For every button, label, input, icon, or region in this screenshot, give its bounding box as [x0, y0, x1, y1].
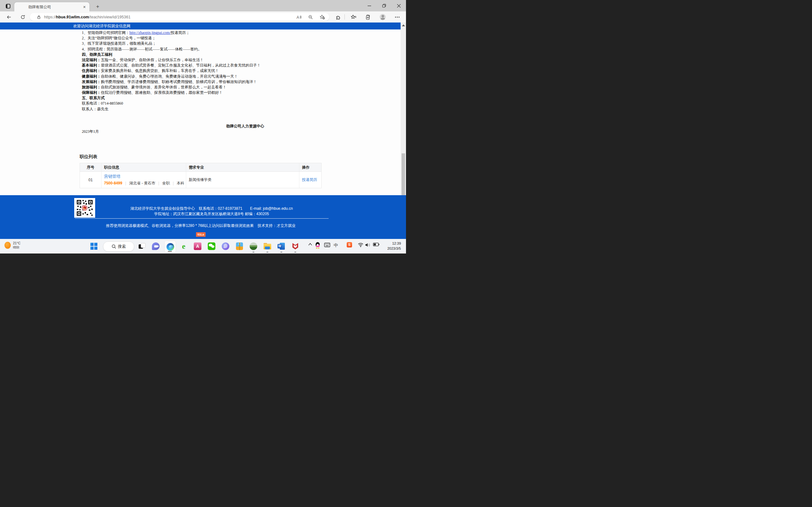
page-footer: 湖北经济学院大学生就业创业指导中心 联系电话：027-81973871 E-ma… — [0, 195, 406, 239]
read-aloud-icon[interactable]: A — [296, 14, 302, 20]
settings-menu-icon[interactable] — [393, 13, 401, 21]
tab-close-icon[interactable]: ✕ — [82, 4, 87, 9]
start-button[interactable] — [89, 241, 99, 251]
window-close-button[interactable] — [392, 0, 406, 11]
add-favorite-icon[interactable] — [319, 14, 325, 20]
taskbar-icon-task-view[interactable] — [137, 241, 147, 251]
doc-inline-link[interactable]: http://zhaopin.jingpai.com/ — [130, 31, 171, 35]
doc-line-label: 住房福利： — [82, 68, 101, 73]
apply-link[interactable]: 投递简历 — [302, 177, 317, 182]
doc-line-text: 联系电话：0714-8855860 — [82, 101, 123, 106]
tab-actions-menu-icon[interactable] — [3, 1, 13, 11]
taskbar-icon-ie-browser[interactable]: e — [179, 241, 189, 251]
footer-contact-line2: 学院地址：武汉市江夏区藏龙岛开发区杨桥湖大道8号 邮编：430205 — [74, 211, 349, 217]
word-icon: W — [277, 242, 285, 250]
job-degree: 本科 — [177, 181, 184, 185]
taskbar-icon-photos[interactable] — [248, 241, 258, 251]
profile-avatar[interactable] — [380, 14, 386, 20]
browser-toolbar: https://hbue.91wllm.com/teachin/view/id/… — [0, 11, 406, 22]
job-type: 全职 — [162, 181, 170, 185]
table-row: 01 营销管培 7500-8499｜湖北省 - 黄石市｜全职｜本科 新闻传播学类… — [80, 172, 321, 188]
window-minimize-button[interactable] — [362, 0, 376, 11]
taskbar-icon-access[interactable]: A — [193, 241, 203, 251]
doc-line: 住房福利：安家费及购房补贴、低息购房贷款、购车补贴，车房在手，成家无忧！ — [82, 68, 374, 73]
weather-temp: 21°C — [13, 241, 20, 245]
taskbar-icon-zip-tool[interactable]: ZIP — [235, 241, 245, 251]
separator: ｜ — [124, 181, 128, 185]
taskbar-icon-file-explorer[interactable] — [262, 241, 272, 251]
running-indicator — [252, 251, 254, 252]
doc-line-label: 发展福利： — [82, 79, 101, 84]
doc-section-heading: 四、劲牌员工福利 — [82, 52, 374, 57]
url-text[interactable]: https://hbue.91wllm.com/teachin/view/id/… — [44, 15, 131, 19]
collections-icon[interactable] — [363, 13, 372, 21]
doc-line: 2、关注“劲牌招聘”微信公众号，一键投递； — [82, 36, 374, 41]
green-e-browser-icon: e — [182, 242, 186, 250]
back-icon[interactable] — [5, 13, 13, 21]
doc-line-text: 星级酒店式公寓、自助式营养餐、定制工作服及文化衫、节日福利，从此过上衣食无忧的日… — [101, 63, 261, 67]
doc-line-tail: 投递简历； — [171, 31, 190, 35]
taskbar-icon-designer[interactable] — [220, 241, 231, 251]
doc-line: 发展福利：购书费用报销、学历进修费用报销、职称考试费用报销、阶梯式培训，带你畅游… — [82, 79, 374, 84]
lock-icon[interactable] — [37, 15, 41, 19]
doc-line: 基本福利：星级酒店式公寓、自助式营养餐、定制工作服及文化衫、节日福利，从此过上衣… — [82, 63, 374, 68]
doc-line-text: 自助式旅游报销、豪华境外游、差异化年休假，世界那么大，一起去看看！ — [101, 85, 226, 89]
doc-line-label: 旅游福利： — [82, 85, 101, 89]
ime-glyph: 中 — [334, 243, 338, 248]
taskbar-icon-wechat[interactable] — [206, 241, 217, 251]
zoom-out-icon[interactable] — [307, 14, 314, 20]
site-banner-text: 欢迎访问湖北经济学院就业信息网 — [73, 22, 131, 30]
battery-icon[interactable] — [373, 243, 379, 246]
browser-tab[interactable]: 劲牌有限公司 ✕ — [14, 2, 90, 11]
ime-mode-icon[interactable]: 中 — [334, 243, 338, 248]
refresh-icon[interactable] — [19, 13, 27, 21]
taskbar-icon-mcafee[interactable] — [290, 241, 300, 251]
address-bar[interactable]: https://hbue.91wllm.com/teachin/view/id/… — [30, 13, 329, 21]
footer-note: 推荐使用浏览器极速模式、谷歌浏览器，分辨率1280 * 768以上访问以获取最佳… — [0, 223, 402, 228]
doc-line-text: 五险一金、劳动保护、自助休假，让你快乐工作，幸福生活！ — [101, 58, 204, 62]
tray-qq-icon[interactable] — [315, 242, 320, 249]
header-info: 职位信息 — [101, 163, 186, 171]
touch-keyboard-icon[interactable] — [324, 243, 330, 247]
clock-time: 12:39 — [387, 241, 401, 246]
doc-line-label: 保障福利： — [82, 90, 101, 95]
favorites-icon[interactable] — [350, 13, 358, 21]
doc-line-text: 安家费及购房补贴、低息购房贷款、购车补贴，车房在手，成家无忧！ — [101, 68, 219, 73]
windows-taskbar: 21°C 晴朗 搜索 e A ZIP W — [0, 239, 406, 253]
edge-icon — [166, 243, 174, 250]
scroll-up-arrow-icon[interactable] — [402, 24, 405, 26]
doc-date: 2023年1月 — [82, 129, 99, 134]
job-major: 新闻传播学类 — [186, 172, 299, 188]
separator: ｜ — [171, 181, 175, 185]
photo-thumbnail-icon — [250, 242, 257, 250]
doc-section-heading: 五、联系方式 — [82, 95, 374, 101]
wifi-icon[interactable] — [358, 243, 363, 247]
doc-line: 健康福利：自助体检、健康问诊、免费心理咨询、免费健身运动场地，开启元气满满每一天… — [82, 74, 374, 79]
doc-line: 联系电话：0714-8855860 — [82, 101, 374, 106]
weather-condition: 晴朗 — [13, 245, 20, 249]
taskbar-icon-chat[interactable] — [151, 241, 161, 251]
sogou-input-icon[interactable]: S — [347, 242, 352, 247]
taskbar-icon-word[interactable]: W — [276, 241, 287, 251]
doc-line-label: 法定福利： — [82, 58, 101, 62]
window-restore-button[interactable] — [377, 0, 392, 11]
doc-line: 法定福利：五险一金、劳动保护、自助休假，让你快乐工作，幸福生活！ — [82, 57, 374, 63]
tray-chevron-up-icon[interactable] — [308, 243, 312, 246]
taskbar-clock[interactable]: 12:39 2023/3/5 — [387, 241, 401, 251]
chat-video-icon — [152, 242, 159, 250]
doc-line-label: 五、联系方式 — [82, 96, 105, 100]
job-location: 湖北省 - 黄石市 — [129, 181, 155, 185]
screen: 劲牌有限公司 ✕ + https://hbue.91wllm.com/teach… — [0, 0, 406, 253]
footer-contact-line1: 湖北经济学院大学生就业创业指导中心 联系电话：027-81973871 E-ma… — [74, 206, 349, 211]
doc-line-text: 联系人：聂先生 — [82, 107, 108, 111]
weather-widget[interactable]: 21°C 晴朗 — [4, 241, 20, 249]
doc-signature: 劲牌公司人力资源中心 — [198, 124, 293, 129]
extensions-icon[interactable] — [334, 13, 342, 21]
new-tab-button[interactable]: + — [94, 3, 101, 10]
doc-line: 4、招聘流程：简历筛选——测评——初试——复试——体检——签约。 — [82, 47, 374, 52]
51la-badge[interactable]: 51La — [196, 232, 206, 237]
job-title-link[interactable]: 营销管培 — [104, 174, 186, 179]
taskbar-search[interactable]: 搜索 — [103, 241, 134, 251]
doc-line-text: 1、登陆劲牌公司招聘官网： — [82, 31, 130, 35]
volume-icon[interactable] — [365, 243, 370, 247]
